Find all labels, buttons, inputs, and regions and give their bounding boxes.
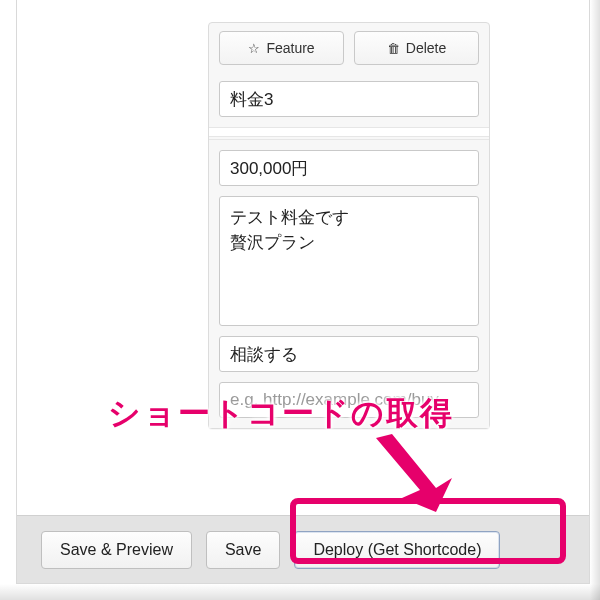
decorative-shadow: [0, 584, 600, 600]
decorative-shadow: [590, 0, 600, 600]
description-textarea[interactable]: [219, 196, 479, 326]
pricing-card: ☆ Feature 🗑 Delete: [208, 22, 490, 429]
price-input[interactable]: [219, 150, 479, 186]
cta-text-input[interactable]: [219, 336, 479, 372]
feature-button[interactable]: ☆ Feature: [219, 31, 344, 65]
separator: [209, 127, 489, 137]
plan-title-input[interactable]: [219, 81, 479, 117]
save-button[interactable]: Save: [206, 531, 280, 569]
delete-label: Delete: [406, 40, 446, 56]
deploy-button[interactable]: Deploy (Get Shortcode): [294, 531, 500, 569]
footer-bar: Save & Preview Save Deploy (Get Shortcod…: [17, 515, 589, 583]
cta-url-input[interactable]: [219, 382, 479, 418]
screenshot-root: ☆ Feature 🗑 Delete Save & Preview Save D…: [0, 0, 600, 600]
card-button-row: ☆ Feature 🗑 Delete: [209, 23, 489, 73]
card-body: [209, 139, 489, 428]
star-icon: ☆: [248, 42, 260, 55]
trash-icon: 🗑: [387, 42, 400, 55]
title-row: [209, 73, 489, 125]
feature-label: Feature: [266, 40, 314, 56]
delete-button[interactable]: 🗑 Delete: [354, 31, 479, 65]
save-preview-button[interactable]: Save & Preview: [41, 531, 192, 569]
